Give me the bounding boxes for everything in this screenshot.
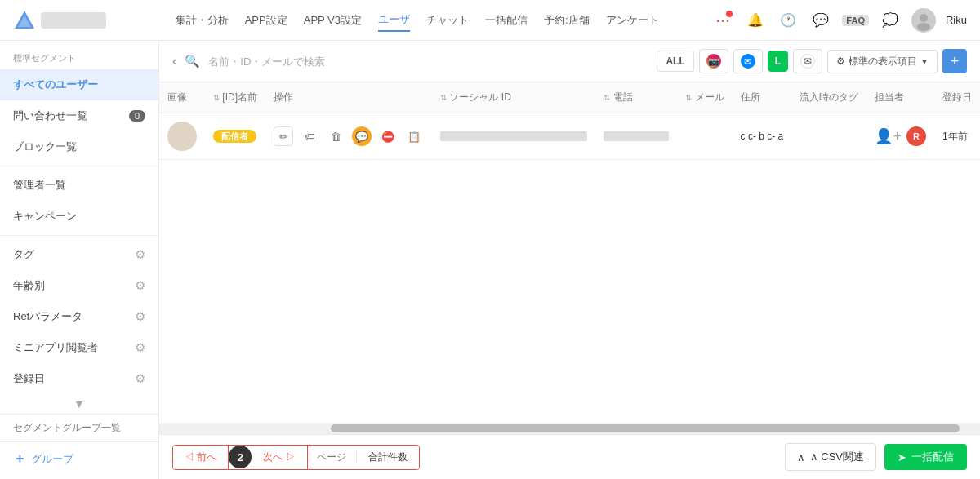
- delete-icon[interactable]: 🗑: [326, 126, 345, 146]
- sidebar-item-regdate[interactable]: 登録日 ⚙: [0, 363, 158, 394]
- cell-avatar: [159, 113, 205, 160]
- cell-name: 配信者: [205, 113, 265, 160]
- chat-icon-btn[interactable]: 💭: [879, 9, 902, 32]
- sidebar-label-tags: タグ: [13, 247, 34, 262]
- bell-icon-btn[interactable]: 🔔: [744, 9, 767, 32]
- sidebar-label-campaign: キャンペーン: [13, 209, 77, 224]
- bulk-send-btn[interactable]: ➤ 一括配信: [884, 444, 967, 470]
- line-icon: L: [775, 55, 781, 67]
- plus-icon: ＋: [13, 450, 26, 468]
- sidebar-item-age[interactable]: 年齢別 ⚙: [0, 270, 158, 301]
- nav-link-survey[interactable]: アンケート: [606, 10, 659, 31]
- add-assignee-icon[interactable]: 👤+: [875, 127, 902, 145]
- footer-right: ∧ ∧ CSV関連 ➤ 一括配信: [785, 443, 967, 471]
- logo-placeholder: [41, 12, 106, 29]
- message-icon[interactable]: 💬: [352, 126, 372, 146]
- sidebar-item-inquiries[interactable]: 問い合わせ一覧 0: [0, 100, 158, 131]
- sidebar-item-tags[interactable]: タグ ⚙: [0, 239, 158, 270]
- gear-icon-tags: ⚙: [135, 247, 145, 262]
- svg-point-4: [917, 23, 930, 31]
- table-row: 配信者 ✏ 🏷 🗑 💬 ⛔ 📋: [159, 113, 980, 160]
- cell-tag: [791, 113, 866, 160]
- display-settings-label: 標準の表示項目: [849, 55, 917, 69]
- prev-page-btn[interactable]: ◁ 前へ: [173, 446, 229, 469]
- assigned-avatar: R: [906, 126, 926, 146]
- search-input[interactable]: [208, 55, 648, 68]
- nav-username: Riku: [946, 14, 967, 26]
- col-phone: ⇅ 電話: [595, 82, 677, 113]
- segment-group-title: セグメントグループ一覧: [0, 414, 158, 441]
- support-icon-btn[interactable]: 💬: [809, 9, 832, 32]
- gear-icon-regdate: ⚙: [135, 371, 145, 386]
- nav-link-bulk[interactable]: 一括配信: [485, 10, 528, 31]
- sidebar-label-ref: Refパラメータ: [13, 309, 82, 324]
- page-jump-input[interactable]: [308, 451, 357, 463]
- filter-line-btn[interactable]: L: [768, 51, 788, 72]
- block-icon[interactable]: ⛔: [378, 126, 398, 146]
- horizontal-scrollbar[interactable]: [159, 423, 980, 434]
- inquiries-badge: 0: [129, 110, 145, 122]
- nav-link-users[interactable]: ユーザ: [378, 9, 410, 32]
- faq-badge: FAQ: [842, 15, 869, 26]
- csv-btn[interactable]: ∧ ∧ CSV関連: [785, 443, 876, 471]
- edit-icon[interactable]: ✏: [274, 126, 293, 146]
- chevron-down-icon: ▼: [920, 57, 929, 66]
- sidebar-item-campaign[interactable]: キャンペーン: [0, 201, 158, 232]
- add-group-label: グループ: [31, 452, 74, 467]
- nav-link-chat[interactable]: チャット: [426, 10, 469, 31]
- main-layout: 標準セグメント すべてのユーザー 問い合わせ一覧 0 ブロック一覧 管理者一覧 …: [0, 41, 980, 479]
- sidebar-section-title: 標準セグメント: [0, 41, 158, 69]
- filter-all-btn[interactable]: ALL: [657, 51, 693, 72]
- nav-link-app-v3[interactable]: APP V3設定: [304, 10, 362, 31]
- display-settings-btn[interactable]: ⚙ 標準の表示項目 ▼: [827, 50, 938, 73]
- user-avatar-img: [167, 122, 197, 151]
- sidebar-label-age: 年齢別: [13, 278, 45, 293]
- clock-icon-btn[interactable]: 🕐: [777, 9, 800, 32]
- sidebar-item-blocked[interactable]: ブロック一覧: [0, 131, 158, 162]
- col-email: ⇅ メール: [677, 82, 732, 113]
- filter-email-btn[interactable]: ✉: [793, 49, 822, 73]
- sidebar-item-all-users[interactable]: すべてのユーザー: [0, 69, 158, 100]
- cell-social: [432, 113, 595, 160]
- sidebar-divider-1: [0, 166, 158, 166]
- tag-icon[interactable]: 🏷: [300, 126, 319, 146]
- sidebar-label-regdate: 登録日: [13, 371, 45, 386]
- sidebar-item-miniapp[interactable]: ミニアプリ閲覧者 ⚙: [0, 332, 158, 363]
- csv-label: ∧ CSV関連: [810, 450, 864, 464]
- back-button[interactable]: ‹: [172, 54, 176, 69]
- social-id-value: [440, 131, 587, 141]
- filter-group: ALL 📷 ✉ L ✉ ⚙ 標準の表示項目 ▼ +: [657, 49, 967, 73]
- sidebar-label-inquiries: 問い合わせ一覧: [13, 109, 87, 123]
- scrollbar-thumb[interactable]: [331, 424, 960, 432]
- sidebar-item-ref[interactable]: Refパラメータ ⚙: [0, 301, 158, 332]
- add-user-button[interactable]: +: [942, 49, 967, 73]
- col-tag: 流入時のタグ: [791, 82, 866, 113]
- nav-link-reservation[interactable]: 予約:店舗: [544, 10, 590, 31]
- nav-links: 集計・分析 APP設定 APP V3設定 ユーザ チャット 一括配信 予約:店舗…: [122, 9, 711, 32]
- gear-icon-age: ⚙: [135, 278, 145, 293]
- col-name: ⇅ [ID]名前: [205, 82, 265, 113]
- logo-icon: [13, 9, 36, 32]
- gear-icon-display: ⚙: [836, 55, 845, 67]
- filter-messenger-btn[interactable]: ✉: [733, 49, 763, 73]
- total-count-btn[interactable]: 合計件数: [357, 446, 419, 469]
- content-footer: ◁ 前へ 2 次へ ▷ 合計件数 ∧ ∧ CSV関連 ➤ 一括配信: [159, 434, 980, 479]
- chevron-up-icon: ∧: [797, 451, 805, 463]
- nav-right: ⋯ 🔔 🕐 💬 FAQ 💭 Riku: [711, 8, 967, 33]
- sidebar-item-admins[interactable]: 管理者一覧: [0, 170, 158, 201]
- user-table-container: 画像 ⇅ [ID]名前 操作 ⇅ ソーシャル ID ⇅ 電話 ⇅ メール 住所 …: [159, 82, 980, 423]
- notification-dots-btn[interactable]: ⋯: [711, 9, 734, 32]
- nav-link-app-settings[interactable]: APP設定: [245, 10, 287, 31]
- sidebar-label-admins: 管理者一覧: [13, 178, 66, 193]
- scroll-down-icon: ▼: [74, 397, 85, 410]
- memo-icon[interactable]: 📋: [404, 126, 424, 146]
- gear-icon-ref: ⚙: [135, 309, 145, 324]
- next-page-btn[interactable]: 次へ ▷: [252, 446, 307, 469]
- filter-instagram-btn[interactable]: 📷: [699, 49, 728, 73]
- sidebar-label-all-users: すべてのユーザー: [13, 78, 98, 92]
- pagination-group: ◁ 前へ 2 次へ ▷ 合計件数: [172, 445, 420, 470]
- nav-link-analytics[interactable]: 集計・分析: [176, 10, 229, 31]
- col-assignee: 担当者: [866, 82, 934, 113]
- add-group-btn[interactable]: ＋ グループ: [0, 441, 158, 476]
- search-button[interactable]: 🔍: [185, 54, 200, 69]
